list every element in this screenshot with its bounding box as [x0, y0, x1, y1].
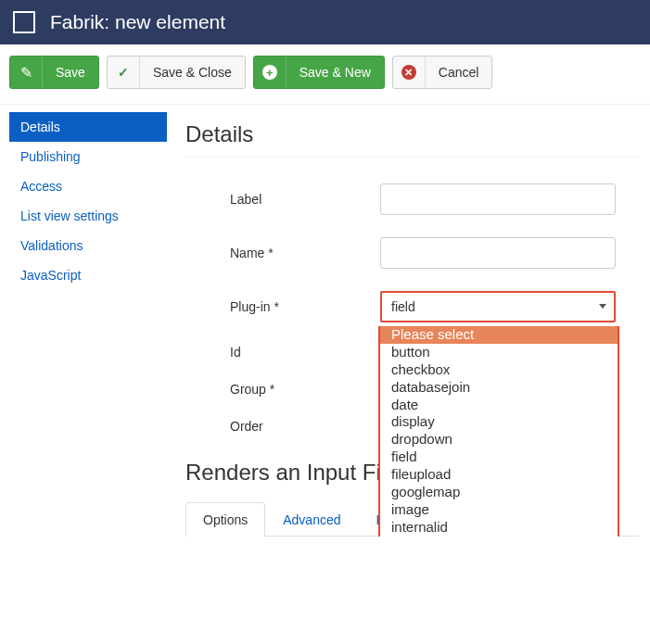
- sidebar-item-access[interactable]: Access: [9, 171, 167, 201]
- label-name: Name *: [185, 246, 380, 260]
- sidebar-item-validations[interactable]: Validations: [9, 231, 167, 260]
- row-plugin: Plug-in * field Please select button che…: [185, 291, 639, 322]
- check-icon: [118, 65, 129, 80]
- plugin-value: field: [391, 299, 415, 314]
- plugin-select[interactable]: field: [380, 291, 616, 322]
- option-fileupload[interactable]: fileupload: [380, 466, 618, 484]
- plus-circle-icon: [262, 65, 277, 80]
- row-label: Label: [185, 183, 639, 215]
- option-databasejoin[interactable]: databasejoin: [380, 379, 618, 397]
- tab-options[interactable]: Options: [185, 502, 265, 537]
- cancel-button[interactable]: Cancel: [392, 56, 493, 89]
- plugin-select-wrapper: field Please select button checkbox data…: [380, 291, 616, 322]
- option-dropdown[interactable]: dropdown: [380, 431, 618, 448]
- plugin-dropdown: Please select button checkbox databasejo…: [378, 326, 619, 537]
- label-id: Id: [185, 345, 380, 360]
- tab-advanced[interactable]: Advanced: [265, 502, 358, 537]
- option-date[interactable]: date: [380, 397, 618, 414]
- sidebar: Details Publishing Access List view sett…: [0, 105, 167, 537]
- save-close-button[interactable]: Save & Close: [107, 56, 246, 89]
- option-field[interactable]: field: [380, 448, 618, 466]
- save-button[interactable]: Save: [9, 56, 99, 89]
- option-image[interactable]: image: [380, 501, 618, 519]
- option-internalid[interactable]: internalid: [380, 519, 618, 537]
- pencil-icon: [20, 64, 32, 82]
- sidebar-item-details[interactable]: Details: [9, 112, 167, 142]
- main-panel: Details Label Name * Plug-in * field Ple…: [167, 105, 650, 537]
- name-input[interactable]: [380, 237, 616, 269]
- page-title: Fabrik: new element: [50, 11, 225, 33]
- app-header: Fabrik: new element: [0, 0, 650, 44]
- cancel-icon: [401, 65, 416, 80]
- toolbar: Save Save & Close Save & New Cancel: [0, 44, 650, 105]
- app-icon: [13, 11, 35, 33]
- sidebar-item-javascript[interactable]: JavaScript: [9, 260, 167, 290]
- sidebar-item-publishing[interactable]: Publishing: [9, 142, 167, 171]
- option-display[interactable]: display: [380, 413, 618, 431]
- label-order: Order: [185, 419, 380, 434]
- label-label: Label: [185, 192, 380, 207]
- label-input[interactable]: [380, 183, 616, 215]
- option-button[interactable]: button: [380, 344, 618, 361]
- chevron-down-icon: [599, 304, 606, 309]
- content-area: Details Publishing Access List view sett…: [0, 105, 650, 537]
- save-new-button[interactable]: Save & New: [253, 56, 385, 89]
- sidebar-item-list-view[interactable]: List view settings: [9, 201, 167, 231]
- option-googlemap[interactable]: googlemap: [380, 484, 618, 501]
- row-name: Name *: [185, 237, 639, 269]
- label-plugin: Plug-in *: [185, 299, 380, 314]
- option-please-select[interactable]: Please select: [380, 326, 618, 344]
- label-group: Group *: [185, 382, 380, 397]
- details-heading: Details: [185, 121, 639, 158]
- option-checkbox[interactable]: checkbox: [380, 361, 618, 379]
